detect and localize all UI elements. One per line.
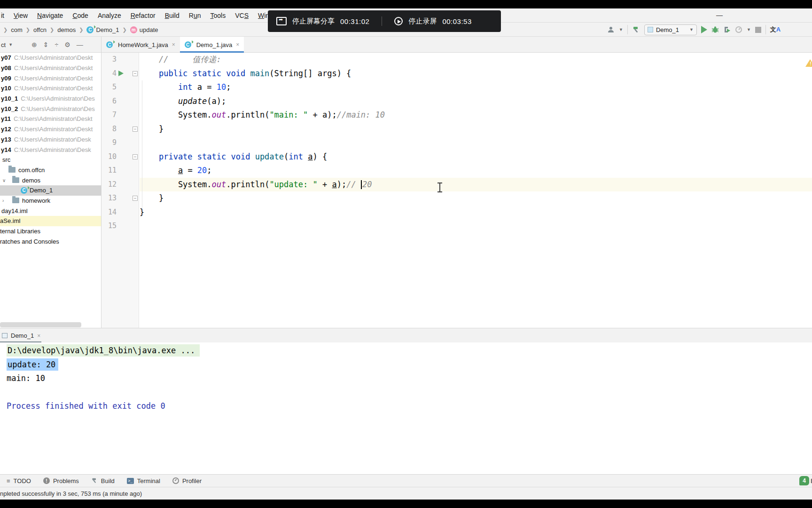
tree-item-y10[interactable]: y10C:\Users\Administrator\Deskt: [0, 83, 101, 94]
menu-item-navigate[interactable]: Navigate: [32, 12, 68, 19]
debug-bug-icon[interactable]: [711, 24, 719, 35]
run-button[interactable]: [701, 26, 707, 33]
settings-gear-icon[interactable]: ⚙: [64, 41, 70, 48]
event-log-badge[interactable]: 4: [799, 476, 809, 485]
tab-close-icon[interactable]: ×: [172, 41, 175, 48]
tree-item-demo-1[interactable]: CDemo_1: [0, 185, 101, 196]
menu-item-tools[interactable]: Tools: [205, 12, 230, 19]
code-line-11[interactable]: 11 a = 20;: [102, 164, 812, 178]
tab-close-icon[interactable]: ×: [236, 41, 239, 48]
minimize-button[interactable]: —: [712, 11, 726, 20]
tree-item-src[interactable]: src: [0, 155, 101, 165]
tree-item-y09[interactable]: y09C:\Users\Administrator\Deskt: [0, 73, 101, 83]
inspection-warning-icon[interactable]: [805, 59, 812, 67]
tree-item-y07[interactable]: y07C:\Users\Administrator\Deskt: [0, 53, 101, 63]
breadcrumb-item-update[interactable]: update: [140, 26, 158, 33]
menu-item-build[interactable]: Build: [160, 12, 184, 19]
console-tab[interactable]: Demo_1 ×: [0, 328, 45, 343]
tree-item-name: ratches and Consoles: [0, 238, 59, 245]
fold-marker-close[interactable]: −: [133, 196, 138, 201]
menu-item-run[interactable]: Run: [184, 12, 206, 19]
locate-file-icon[interactable]: ⊕: [31, 41, 37, 48]
build-hammer-icon[interactable]: [632, 24, 640, 35]
tree-item-demos[interactable]: ∨demos: [0, 175, 101, 185]
tree-item-y12[interactable]: y12C:\Users\Administrator\Deskt: [0, 124, 101, 135]
profiler-icon[interactable]: [735, 24, 742, 35]
project-header-chevron-icon[interactable]: ▼: [8, 42, 13, 47]
profiler-chevron-icon[interactable]: ▼: [747, 27, 751, 32]
stop-recording-button[interactable]: 停止录屏: [408, 17, 437, 26]
collapse-all-icon[interactable]: ÷: [55, 41, 59, 48]
recording-timer: 00:03:53: [442, 17, 471, 25]
overlay-divider: [382, 16, 382, 26]
code-line-3[interactable]: 3 // 值传递:: [102, 53, 812, 67]
menu-item-vcs[interactable]: VCS: [230, 12, 253, 19]
tree-item-y10-1[interactable]: y10_1C:\Users\Administrator\Des: [0, 94, 101, 104]
tool-button-problems[interactable]: !Problems: [43, 477, 79, 484]
user-chevron-icon[interactable]: ▼: [619, 27, 623, 32]
menu-item-view[interactable]: View: [9, 12, 32, 19]
tree-item-ase-iml[interactable]: aSe.iml: [0, 216, 101, 226]
tree-item-ratches-and-consoles[interactable]: ratches and Consoles: [0, 236, 101, 246]
translate-icon[interactable]: 文A: [770, 25, 781, 34]
breadcrumb-item-demo_1[interactable]: Demo_1: [96, 26, 119, 33]
code-line-4[interactable]: 4− public static void main(String[] args…: [102, 67, 812, 81]
menu-item-refactor[interactable]: Refactor: [126, 12, 160, 19]
code-line-12[interactable]: 12 System.out.println("update: " + a);//…: [102, 178, 812, 192]
code-text: System.out.println("update: " + a);// 20: [140, 178, 372, 192]
user-icon[interactable]: [607, 24, 615, 35]
project-horizontal-scrollbar[interactable]: [0, 322, 81, 327]
tree-item-y11[interactable]: y11C:\Users\Administrator\Deskt: [0, 114, 101, 124]
tree-item-day14-iml[interactable]: day14.iml: [0, 206, 101, 216]
project-header-title[interactable]: ct: [1, 41, 6, 48]
tree-item-y13[interactable]: y13C:\Users\Administrator\Desk: [0, 135, 101, 145]
menu-item-it[interactable]: it: [0, 12, 9, 19]
run-config-select[interactable]: Demo_1 ▼: [644, 24, 697, 35]
menu-item-analyze[interactable]: Analyze: [93, 12, 126, 19]
breadcrumb-item-com[interactable]: com: [11, 26, 23, 33]
breadcrumb-item-offcn[interactable]: offcn: [33, 26, 47, 33]
fold-marker-open[interactable]: −: [133, 71, 138, 76]
code-line-9[interactable]: 9: [102, 136, 812, 150]
chevron-down-icon[interactable]: ∨: [2, 178, 9, 183]
tree-item-homework[interactable]: ›homework: [0, 196, 101, 206]
code-text: public static void main(String[] args) {: [140, 67, 351, 81]
menu-item-code[interactable]: Code: [68, 12, 93, 19]
tree-item-com-offcn[interactable]: com.offcn: [0, 165, 101, 175]
line-number: 14: [102, 206, 117, 220]
editor-tab-homework-1-java[interactable]: CHomeWork_1.java×: [102, 37, 180, 53]
expand-all-icon[interactable]: ⇕: [43, 41, 49, 48]
code-line-13[interactable]: 13− }: [102, 191, 812, 206]
breadcrumb-item-demos[interactable]: demos: [57, 26, 76, 33]
tree-item-ternal-libraries[interactable]: ternal Libraries: [0, 226, 101, 237]
run-line-icon[interactable]: [118, 71, 124, 76]
fold-marker-open[interactable]: −: [133, 154, 138, 159]
code-line-6[interactable]: 6 update(a);: [102, 95, 812, 109]
code-line-7[interactable]: 7 System.out.println("main: " + a);//mai…: [102, 108, 812, 122]
code-editor[interactable]: 3 // 值传递:4− public static void main(Stri…: [102, 53, 812, 328]
code-line-14[interactable]: 14}: [102, 206, 812, 220]
stop-button[interactable]: [755, 27, 761, 33]
code-line-5[interactable]: 5 int a = 10;: [102, 80, 812, 95]
chevron-right-icon[interactable]: ›: [2, 198, 9, 203]
code-line-10[interactable]: 10− private static void update(int a) {: [102, 150, 812, 164]
tree-item-name: y08: [1, 64, 11, 71]
code-line-15[interactable]: 15: [102, 219, 812, 233]
tool-button-todo[interactable]: ≡TODO: [7, 477, 31, 484]
tree-item-y08[interactable]: y08C:\Users\Administrator\Deskt: [0, 63, 101, 73]
run-console-output[interactable]: D:\develop\java\jdk1_8\bin\java.exe ...u…: [0, 342, 812, 473]
fold-marker-close[interactable]: −: [133, 127, 138, 132]
tool-button-profiler[interactable]: Profiler: [172, 477, 202, 484]
tree-item-y10-2[interactable]: y10_2C:\Users\Administrator\Des: [0, 103, 101, 114]
editor-tab-demo-1-java[interactable]: CDemo_1.java×: [180, 37, 244, 53]
tree-item-y14[interactable]: y14C:\Users\Administrator\Desk: [0, 144, 101, 155]
line-number: 7: [102, 108, 117, 122]
stop-screen-share-button[interactable]: 停止屏幕分享: [292, 17, 335, 26]
tool-button-build[interactable]: Build: [91, 477, 115, 484]
panel-splitter[interactable]: [101, 37, 102, 328]
tool-button-terminal[interactable]: >_Terminal: [127, 477, 160, 484]
coverage-icon[interactable]: [723, 24, 731, 35]
hide-panel-icon[interactable]: —: [77, 41, 83, 48]
code-line-8[interactable]: 8− }: [102, 122, 812, 136]
console-tab-close-icon[interactable]: ×: [37, 333, 40, 339]
